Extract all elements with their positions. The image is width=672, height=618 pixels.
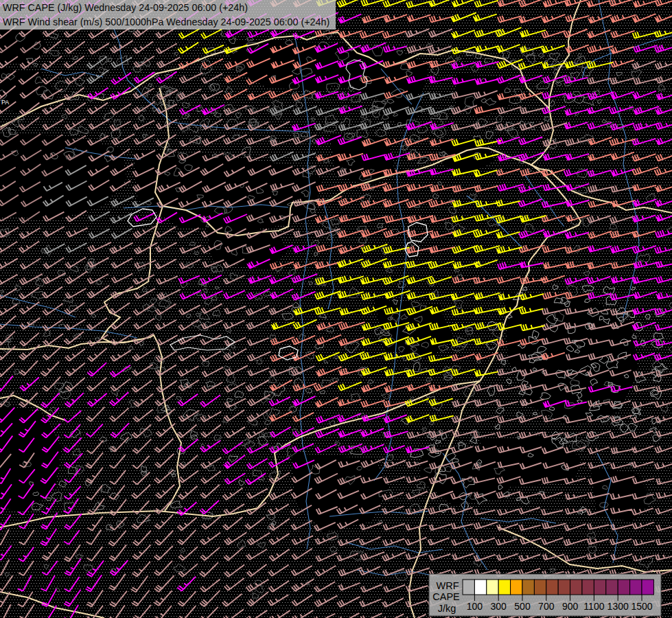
svg-text:WRF: WRF <box>436 580 459 591</box>
svg-text:PA: PA <box>1 99 9 106</box>
svg-text:1300: 1300 <box>607 601 629 612</box>
svg-text:700: 700 <box>538 601 555 612</box>
svg-text:500: 500 <box>514 601 531 612</box>
svg-text:1100: 1100 <box>583 601 604 612</box>
svg-text:1500: 1500 <box>631 601 652 612</box>
svg-text:WRF CAPE (J/kg) Wednesday 24-0: WRF CAPE (J/kg) Wednesday 24-09-2025 06:… <box>3 2 248 13</box>
svg-text:CAPE: CAPE <box>432 591 460 602</box>
svg-text:300: 300 <box>491 601 507 612</box>
svg-text:100: 100 <box>467 601 483 612</box>
svg-text:J/kg: J/kg <box>438 603 456 614</box>
svg-text:WRF Wind shear (m/s) 500/1000h: WRF Wind shear (m/s) 500/1000hPa Wednesd… <box>3 16 329 27</box>
svg-text:900: 900 <box>562 601 579 612</box>
